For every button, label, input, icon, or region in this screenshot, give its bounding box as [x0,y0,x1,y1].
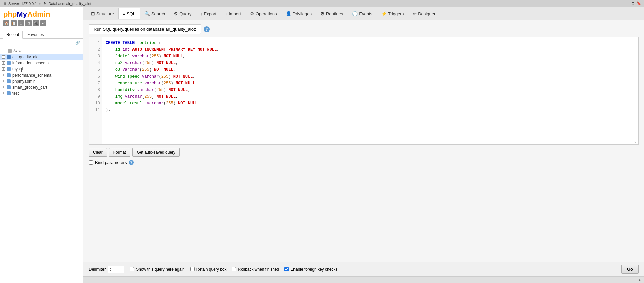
search-icon: 🔍 [144,11,150,16]
export-icon: ↑ [200,11,203,16]
show-query-checkbox[interactable] [130,267,134,271]
sql-editor[interactable]: 12345 67891011 CREATE TABLE `entries`( i… [89,37,638,144]
bottom-bar: Delimiter Show this query here again Ret… [83,262,644,276]
db-name-perf: performance_schema [12,73,51,78]
db-cylinder-expanded [6,55,11,59]
help-icon[interactable]: ? [204,26,210,32]
retain-query-group: Retain query box [190,267,227,272]
db-test[interactable]: + test [0,90,83,96]
db-information-schema[interactable]: + information_schema [0,60,83,66]
db-air-quality[interactable]: − air_quality_aiot [0,54,83,60]
line-numbers: 12345 67891011 [89,37,102,144]
logo-area: phpMyAdmin 🏠 📋 ℹ ⚙ 🔌 ↩ [0,7,83,29]
foreign-key-group: Enable foreign key checks [284,267,337,272]
tab-triggers-label: Triggers [388,11,404,16]
db-smart-grocery[interactable]: + smart_grocery_cart [0,84,83,90]
tab-export[interactable]: ↑ Export [196,8,221,19]
delimiter-label: Delimiter [89,267,106,272]
tab-import-label: Import [229,11,241,16]
sql-code-area[interactable]: CREATE TABLE `entries`( id int AUTO_INCR… [102,37,638,144]
bind-params-checkbox[interactable] [89,160,93,165]
exit-icon[interactable]: ↩ [40,20,46,26]
gear-icon[interactable]: ⚙ [25,20,32,26]
tab-routines[interactable]: ⚙ Routines [316,8,347,19]
bind-params-help-icon[interactable]: ? [129,160,134,165]
auto-saved-button[interactable]: Get auto-saved query [132,148,180,157]
db-performance-schema[interactable]: + performance_schema [0,72,83,78]
settings-icon[interactable]: ⚙ [631,1,635,6]
new-db-icon [7,49,12,53]
foreign-key-label: Enable foreign key checks [290,267,337,272]
plugin-icon[interactable]: 🔌 [33,20,39,26]
tab-search[interactable]: 🔍 Search [140,8,169,19]
expand-plus-mysql[interactable]: + [2,67,5,71]
retain-query-checkbox[interactable] [190,267,195,271]
new-expander [2,49,7,53]
nav-tabs: ⊞ Structure ≡ SQL 🔍 Search ⚙ Query ↑ Exp… [83,7,644,20]
recent-tab[interactable]: Recent [3,31,23,39]
delimiter-input[interactable] [108,266,124,273]
db-name-grocery: smart_grocery_cart [12,85,47,90]
bookmark-icon[interactable]: 🔖 [637,1,641,6]
logo-icons: 🏠 📋 ℹ ⚙ 🔌 ↩ [3,20,50,26]
db-cylinder-test [6,91,11,96]
server-label: Server: 127.0.0.1 [8,2,37,6]
bind-params-label: Bind parameters [95,160,127,165]
tab-import[interactable]: ↓ Import [221,8,246,19]
sql-header: Run SQL query/queries on database air_qu… [89,24,639,34]
sql-editor-container: 12345 67891011 CREATE TABLE `entries`( i… [89,37,639,145]
db-cylinder-perf [6,73,11,78]
tab-events[interactable]: 🕐 Events [347,8,377,19]
resize-handle[interactable]: ↘ [634,140,638,144]
expand-plus-pma[interactable]: + [2,80,5,83]
expand-plus-test[interactable]: + [2,92,5,95]
home-icon[interactable]: 🏠 [3,20,9,26]
foreign-key-checkbox[interactable] [284,267,289,271]
tab-query-label: Query [179,11,191,16]
db-cylinder-pma [6,79,11,84]
chain-icon[interactable]: 🔗 [75,41,80,45]
tab-structure-label: Structure [96,11,114,16]
operations-icon: ⚙ [250,11,254,16]
structure-icon: ⊞ [91,11,95,16]
tab-triggers[interactable]: ⚡ Triggers [377,8,408,19]
footer-strip: ▲ [83,276,644,283]
db-cylinder-info [6,61,11,65]
tab-designer[interactable]: ✏ Designer [408,8,440,19]
expand-plus-perf[interactable]: + [2,74,5,77]
main-content: ⊞ Structure ≡ SQL 🔍 Search ⚙ Query ↑ Exp… [83,7,644,283]
db-mysql[interactable]: + mysql [0,66,83,72]
console-toggle-icon[interactable]: ▲ [638,278,641,282]
sidebar-actions: 🔗 [0,39,83,47]
tab-privileges[interactable]: 👤 Privileges [281,8,316,19]
show-query-label: Show this query here again [136,267,184,272]
expand-minus-icon[interactable]: − [2,55,5,59]
bind-parameters-row: Bind parameters ? [89,160,639,165]
info-icon[interactable]: ℹ [18,20,24,26]
expand-plus-icon[interactable]: + [2,61,5,65]
new-db-item[interactable]: New [0,48,83,54]
tab-sql-label: SQL [127,11,136,16]
logo: phpMyAdmin [3,10,50,19]
tab-structure[interactable]: ⊞ Structure [87,8,118,19]
tab-sql[interactable]: ≡ SQL [118,8,140,19]
sidebar-tabs: Recent Favorites [0,29,83,39]
tab-operations[interactable]: ⚙ Operations [246,8,281,19]
expand-plus-grocery[interactable]: + [2,86,5,89]
db-phpmyadmin[interactable]: + phpmyadmin [0,78,83,84]
favorites-tab[interactable]: Favorites [23,31,47,38]
db-cylinder-grocery [6,85,11,90]
go-button[interactable]: Go [621,265,639,274]
tab-privileges-label: Privileges [293,11,312,16]
rollback-label: Rollback when finished [238,267,279,272]
query-icon: ⚙ [174,11,178,16]
import-icon: ↓ [225,11,227,16]
rollback-checkbox[interactable] [232,267,236,271]
button-row: Clear Format Get auto-saved query [89,148,639,157]
format-button[interactable]: Format [109,148,130,157]
tab-query[interactable]: ⚙ Query [169,8,196,19]
db-name-test: test [12,91,19,96]
table-icon[interactable]: 📋 [11,20,17,26]
clear-button[interactable]: Clear [89,148,107,157]
db-icon: 🗄 [43,2,47,6]
